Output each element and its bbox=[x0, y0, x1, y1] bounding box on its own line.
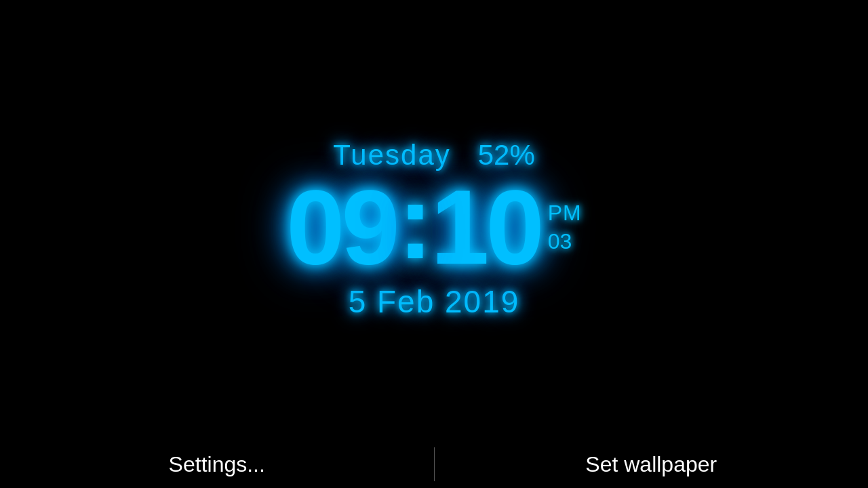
clock-top-row: Tuesday 52% bbox=[333, 139, 535, 171]
day-label: Tuesday bbox=[333, 139, 451, 171]
colon-display: : bbox=[398, 169, 430, 274]
wallpaper-label: Set wallpaper bbox=[585, 452, 717, 477]
clock-widget: Tuesday 52% 09:10 PM 03 5 Feb 2019 bbox=[286, 139, 581, 320]
seconds-display: 03 bbox=[548, 229, 572, 254]
minute-display: 10 bbox=[431, 169, 540, 286]
settings-label: Settings... bbox=[169, 452, 265, 477]
settings-button[interactable]: Settings... bbox=[0, 441, 434, 488]
battery-label: 52% bbox=[478, 139, 535, 171]
bottom-bar: Settings... Set wallpaper bbox=[0, 441, 868, 488]
set-wallpaper-button[interactable]: Set wallpaper bbox=[435, 441, 869, 488]
time-display: 09:10 bbox=[286, 175, 540, 280]
time-row: 09:10 PM 03 bbox=[286, 175, 581, 280]
date-label: 5 Feb 2019 bbox=[349, 283, 520, 320]
time-suffix: PM 03 bbox=[548, 201, 582, 254]
hour-display: 09 bbox=[286, 169, 396, 286]
ampm-display: PM bbox=[548, 201, 582, 226]
